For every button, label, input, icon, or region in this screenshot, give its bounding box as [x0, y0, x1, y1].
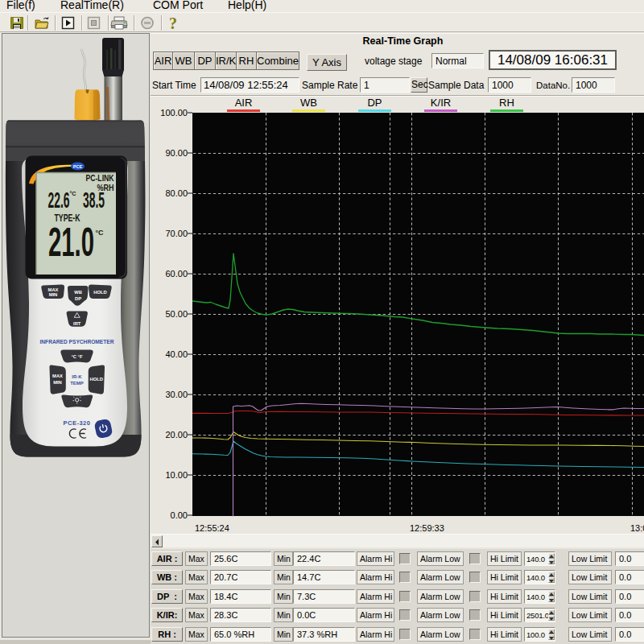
svg-text:80.00: 80.00 [165, 188, 188, 198]
svg-text:13:03:42: 13:03:42 [630, 523, 644, 533]
svg-text:MAX: MAX [48, 287, 59, 292]
svg-text:10.00: 10.00 [165, 470, 188, 480]
svg-text:90.00: 90.00 [165, 148, 188, 158]
svg-text:INFRARED PSYCHROMETER: INFRARED PSYCHROMETER [40, 339, 114, 345]
svg-text:0.00: 0.00 [171, 510, 188, 520]
svg-text:30.00: 30.00 [165, 390, 188, 399]
svg-text:°C: °C [96, 229, 104, 237]
svg-text:22.6: 22.6 [48, 188, 70, 213]
svg-text:70.00: 70.00 [165, 229, 188, 238]
svg-text:TEMP: TEMP [70, 381, 84, 386]
svg-text:IRT: IRT [73, 321, 81, 326]
svg-text:°C °F: °C °F [72, 354, 83, 359]
svg-text:PC-LINK: PC-LINK [86, 174, 115, 183]
svg-text:PCE-320: PCE-320 [64, 419, 91, 427]
svg-text:HOLD: HOLD [90, 377, 103, 382]
svg-text:DP: DP [75, 296, 81, 301]
svg-text:WB: WB [74, 290, 82, 295]
svg-text:MAX: MAX [52, 374, 63, 378]
svg-text:38.5: 38.5 [83, 188, 105, 213]
svg-text:IR·K: IR·K [72, 374, 82, 379]
svg-text:MIN: MIN [53, 380, 62, 385]
svg-text:60.00: 60.00 [165, 269, 188, 279]
svg-text:12:55:24: 12:55:24 [195, 523, 229, 533]
svg-text:20.00: 20.00 [165, 430, 188, 440]
svg-text:PCE: PCE [73, 164, 83, 169]
svg-text:HOLD: HOLD [93, 290, 106, 295]
svg-text:40.00: 40.00 [165, 349, 188, 359]
svg-text:MIN: MIN [49, 292, 58, 297]
svg-text:?: ? [169, 14, 177, 32]
svg-text:°C: °C [70, 190, 76, 197]
svg-text:50.00: 50.00 [165, 309, 188, 319]
svg-text:100.00: 100.00 [160, 108, 188, 118]
svg-text:21.0: 21.0 [48, 220, 94, 265]
svg-text:12:59:33: 12:59:33 [410, 523, 444, 533]
